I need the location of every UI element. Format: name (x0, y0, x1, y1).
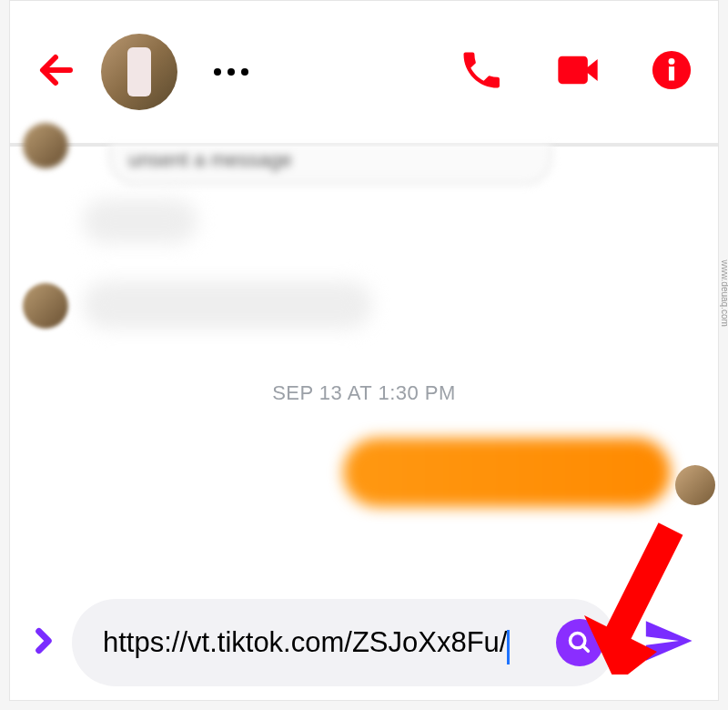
watermark: www.deuaq.com (720, 259, 729, 326)
chat-body: unsent a message SEP 13 AT 1:30 PM (10, 147, 718, 589)
message-avatar (23, 123, 68, 168)
incoming-message-blurred (83, 199, 197, 243)
send-button[interactable] (625, 607, 700, 678)
message-avatar (23, 283, 68, 329)
back-button[interactable] (35, 48, 79, 96)
sender-avatar (675, 465, 715, 505)
chat-header (10, 1, 718, 147)
expand-button[interactable] (25, 622, 63, 664)
message-input-text: https://vt.tiktok.com/ZSJoXx8Fu/ (103, 624, 545, 661)
composer: https://vt.tiktok.com/ZSJoXx8Fu/ (10, 589, 718, 696)
phone-icon[interactable] (458, 46, 505, 97)
incoming-message-blurred (83, 281, 372, 329)
system-message-text: unsent a message (110, 145, 551, 176)
message-input[interactable]: https://vt.tiktok.com/ZSJoXx8Fu/ (72, 599, 616, 686)
svg-line-6 (583, 646, 589, 652)
svg-point-2 (669, 58, 675, 65)
info-icon[interactable] (651, 49, 693, 95)
contact-avatar[interactable] (101, 34, 177, 110)
more-button[interactable] (205, 59, 258, 85)
search-icon[interactable] (556, 619, 603, 666)
svg-rect-1 (669, 66, 674, 80)
text-cursor (507, 630, 510, 664)
timestamp-divider: SEP 13 AT 1:30 PM (10, 381, 718, 405)
system-message-bubble: unsent a message (108, 145, 552, 185)
outgoing-message-blurred (343, 438, 671, 507)
app-window: unsent a message SEP 13 AT 1:30 PM (9, 0, 719, 701)
video-icon[interactable] (554, 46, 602, 97)
